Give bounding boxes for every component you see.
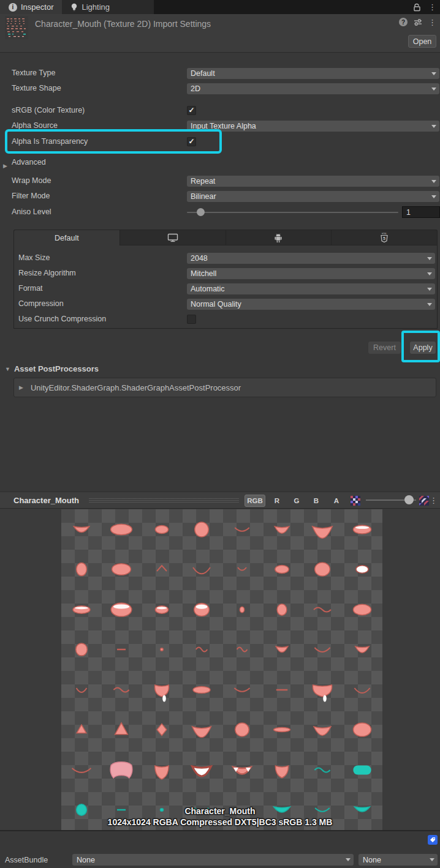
asset-bundle-dropdown[interactable]: None [72,854,354,866]
sprite-cell [222,750,262,790]
standalone-icon [167,233,178,242]
filter-mode-label: Filter Mode [12,192,50,200]
foldout-collapsed-icon[interactable]: ▶ [3,159,11,170]
row-resize-algorithm: Resize Algorithm Mitchell [0,268,440,279]
texture-shape-label: Texture Shape [12,84,61,92]
row-advanced: ▶ Advanced [0,157,440,168]
aniso-slider-handle[interactable] [197,208,205,216]
texture-shape-dropdown[interactable]: 2D [187,83,439,94]
filter-mode-dropdown[interactable]: Bilinear [187,191,439,202]
sprite-cell [142,509,182,550]
postprocessors-foldout[interactable]: ▼ Asset PostProcessors [5,364,99,373]
postprocessor-item[interactable]: ▶ UnityEditor.ShaderGraph.ShaderGraphAss… [13,378,436,397]
platform-tab-default[interactable]: Default [13,230,120,245]
wrap-mode-label: Wrap Mode [12,176,51,185]
tab-bar: i Inspector Lighting ⋮ [0,0,440,14]
sprite-cell [302,750,343,790]
preview-drag-handle[interactable] [89,498,239,503]
bulb-icon [70,3,78,12]
preview-menu-icon[interactable]: ⋮ [430,496,438,504]
sprite-cell [61,750,102,790]
texture-preview[interactable] [61,509,382,830]
channel-b-button[interactable]: B [308,495,325,507]
sprite-cell [262,670,303,710]
window-menu-icon[interactable]: ⋮ [428,3,436,11]
sprite-cell [262,630,303,670]
channel-rgb-button[interactable]: RGB [245,495,265,507]
dropdown-arrow-icon [427,303,432,306]
asset-bundle-label: AssetBundle [5,856,48,864]
mip-slider-handle[interactable] [404,495,414,504]
wrap-mode-value: Repeat [191,177,215,185]
sprite-cell [222,550,262,590]
open-button[interactable]: Open [408,35,436,48]
sprite-cell [102,589,142,630]
use-crunch-checkbox[interactable]: ✓ [187,315,196,324]
asset-bundle-variant-dropdown[interactable]: None [358,854,438,866]
tab-inspector[interactable]: i Inspector [0,0,62,14]
sprite-cell [343,710,383,750]
max-size-label: Max Size [18,253,50,262]
sprite-cell [302,550,343,590]
sprite-cell [102,670,142,710]
inspector-window: i Inspector Lighting ⋮ [0,0,440,868]
presets-icon[interactable] [414,18,422,26]
sprite-cell [302,710,343,750]
help-icon[interactable]: ? [399,18,408,26]
webgl-icon: HTML 5 [380,233,389,243]
sprite-cell [182,710,222,750]
platform-tab-standalone[interactable] [120,230,226,245]
foldout-expanded-icon: ▼ [5,366,10,372]
advanced-label[interactable]: Advanced [12,158,46,166]
sprite-cell [102,550,142,590]
aniso-level-label: Aniso Level [12,208,51,216]
sprite-cell [302,589,343,630]
row-alpha-source: Alpha Source Input Texture Alpha [0,121,440,132]
srgb-checkbox[interactable]: ✓ [187,106,196,115]
dropdown-arrow-icon [427,257,432,260]
sprite-cell [262,710,303,750]
channel-r-button[interactable]: R [268,495,286,507]
channel-g-button[interactable]: G [288,495,305,507]
texture-type-dropdown[interactable]: Default [187,68,439,79]
tab-lighting[interactable]: Lighting [62,0,154,14]
aniso-value-field[interactable]: 1 [402,206,440,218]
row-srgb: sRGB (Color Texture) ✓ [0,105,440,116]
sprite-cell [182,630,222,670]
apply-button[interactable]: Apply [410,342,436,354]
channel-a-button[interactable]: A [328,495,345,507]
sprite-cell [262,589,303,630]
page-title: Character_Mouth (Texture 2D) Import Sett… [35,19,211,29]
platform-tab-android[interactable] [226,230,332,245]
sprite-cell [61,550,102,590]
alpha-source-label: Alpha Source [12,121,58,130]
android-icon [273,233,283,243]
postprocessor-item-label: UnityEditor.ShaderGraph.ShaderGraphAsset… [31,383,241,392]
alpha-is-transparency-checkbox[interactable]: ✓ [187,137,196,146]
row-texture-shape: Texture Shape 2D [0,83,440,94]
aniso-slider[interactable] [187,212,398,213]
alpha-source-dropdown[interactable]: Input Texture Alpha [187,121,439,132]
max-size-value: 2048 [191,254,208,263]
sprite-cell [262,550,303,590]
dropdown-arrow-icon [431,195,436,198]
compression-dropdown[interactable]: Normal Quality [187,299,435,310]
texture-thumbnail[interactable] [5,16,28,39]
row-compression: Compression Normal Quality [0,299,440,310]
sprite-cell [222,630,262,670]
sprite-cell [222,589,262,630]
max-size-dropdown[interactable]: 2048 [187,253,435,264]
sprite-cell [142,550,182,590]
sprite-cell [102,710,142,750]
unlock-icon[interactable] [413,3,421,12]
header-menu-icon[interactable]: ⋮ [428,18,436,26]
row-aniso-level: Aniso Level 1 [0,207,440,218]
wrap-mode-dropdown[interactable]: Repeat [187,176,439,187]
platform-tab-webgl[interactable]: HTML 5 [332,230,438,245]
filter-mode-value: Bilinear [191,192,216,201]
asset-labels-icon[interactable] [428,835,438,845]
revert-button[interactable]: Revert [368,342,401,354]
format-dropdown[interactable]: Automatic [187,283,435,294]
resize-algorithm-dropdown[interactable]: Mitchell [187,268,435,279]
asset-bundle-variant-value: None [363,856,381,864]
